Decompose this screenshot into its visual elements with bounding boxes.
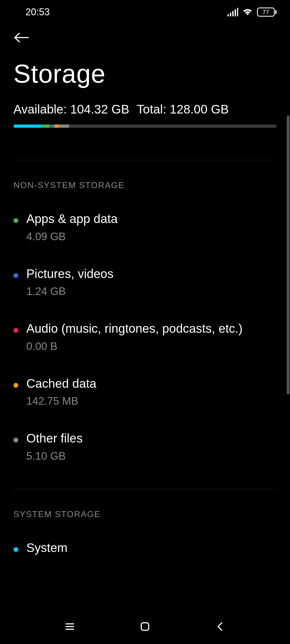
item-size: 4.09 GB bbox=[26, 230, 277, 243]
svg-rect-1 bbox=[230, 13, 231, 16]
cellular-signal-icon bbox=[227, 8, 238, 16]
svg-rect-3 bbox=[235, 9, 236, 16]
item-size: 1.24 GB bbox=[26, 285, 277, 297]
wifi-icon bbox=[242, 8, 253, 16]
non-system-item[interactable]: Apps & app data4.09 GB bbox=[0, 204, 290, 259]
svg-rect-9 bbox=[141, 623, 149, 630]
svg-rect-4 bbox=[237, 8, 238, 16]
progress-segment bbox=[52, 125, 55, 128]
status-time: 20:53 bbox=[26, 6, 50, 18]
status-right: 77 bbox=[227, 8, 277, 17]
item-size: 142.75 MB bbox=[26, 395, 277, 407]
section-header-system: SYSTEM STORAGE bbox=[0, 489, 290, 533]
category-dot-icon bbox=[13, 547, 18, 552]
category-dot-icon bbox=[13, 383, 18, 388]
non-system-item[interactable]: Cached data142.75 MB bbox=[0, 368, 290, 423]
item-title: Audio (music, ringtones, podcasts, etc.) bbox=[26, 321, 277, 336]
recents-button[interactable] bbox=[64, 621, 76, 632]
available-text: Available: 104.32 GB bbox=[13, 102, 129, 116]
category-dot-icon bbox=[13, 273, 18, 278]
non-system-item[interactable]: Other files5.10 GB bbox=[0, 423, 290, 478]
progress-segment bbox=[13, 125, 41, 128]
category-dot-icon bbox=[13, 328, 18, 333]
navigation-bar bbox=[0, 609, 290, 644]
svg-rect-0 bbox=[227, 14, 229, 16]
progress-segment bbox=[59, 125, 69, 128]
svg-rect-2 bbox=[232, 11, 234, 16]
progress-segment bbox=[50, 125, 52, 128]
battery-percent: 77 bbox=[263, 9, 269, 16]
item-title: Apps & app data bbox=[26, 211, 277, 227]
non-system-item[interactable]: Pictures, videos1.24 GB bbox=[0, 259, 290, 314]
total-text: Total: 128.00 GB bbox=[137, 102, 229, 116]
non-system-item[interactable]: Audio (music, ringtones, podcasts, etc.)… bbox=[0, 313, 290, 368]
home-button[interactable] bbox=[139, 621, 151, 632]
progress-segment bbox=[41, 125, 50, 128]
progress-segment bbox=[55, 125, 59, 128]
section-header-non-system: NON-SYSTEM STORAGE bbox=[0, 160, 290, 204]
item-size: 0.00 B bbox=[26, 340, 277, 352]
category-dot-icon bbox=[13, 438, 18, 442]
item-title: System bbox=[26, 540, 277, 556]
status-bar: 20:53 77 bbox=[0, 0, 290, 21]
item-size: 5.10 GB bbox=[26, 450, 277, 462]
system-item[interactable]: System bbox=[0, 533, 290, 572]
item-title: Other files bbox=[26, 431, 277, 446]
category-dot-icon bbox=[13, 218, 18, 223]
item-title: Pictures, videos bbox=[26, 266, 277, 282]
back-button[interactable] bbox=[13, 32, 277, 43]
scroll-indicator[interactable] bbox=[287, 115, 289, 394]
storage-summary: Available: 104.32 GB Total: 128.00 GB bbox=[0, 102, 290, 128]
battery-icon: 77 bbox=[257, 8, 277, 17]
item-title: Cached data bbox=[26, 376, 277, 391]
storage-progress-bar bbox=[13, 125, 277, 128]
back-nav-button[interactable] bbox=[214, 621, 226, 632]
page-title: Storage bbox=[0, 51, 290, 102]
